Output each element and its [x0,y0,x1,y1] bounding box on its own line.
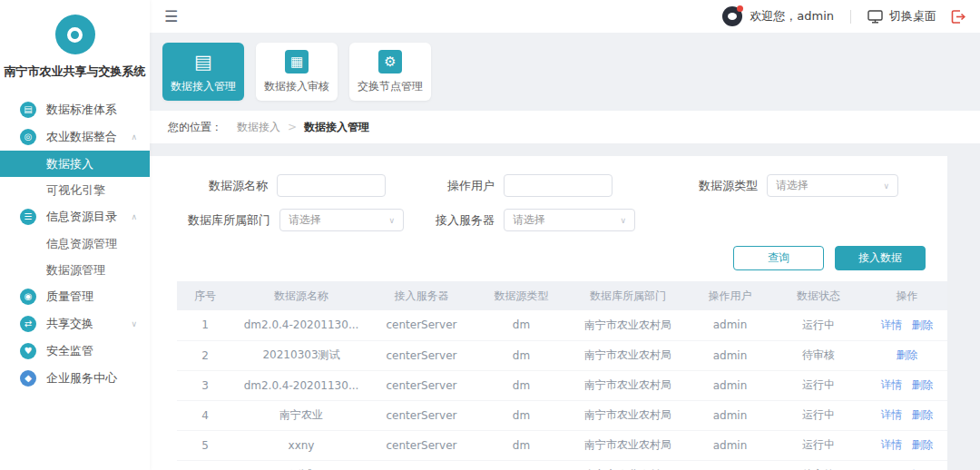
sidebar-item-data-access[interactable]: 数据接入 [0,151,150,177]
table-cell: 待审核 [773,340,864,370]
chevron-down-icon: ∨ [883,181,889,191]
delete-link[interactable]: 删除 [912,318,934,331]
table-cell: 1 [177,310,233,340]
datasource-type-select[interactable]: 请选择 ∨ [767,174,898,197]
chevron-down-icon: ∨ [388,216,395,225]
sidebar-item-agri-integration[interactable]: ◎ 农业数据整合 ∧ [0,123,150,151]
datasource-name-input[interactable] [277,174,386,197]
row-actions: 详情删除 [864,310,947,340]
detail-link[interactable]: 详情 [881,378,903,391]
breadcrumb-parent-link[interactable]: 数据接入 [237,120,280,135]
quality-icon: ◉ [20,289,36,305]
delete-link[interactable]: 删除 [912,378,934,391]
enterprise-icon: ◆ [20,370,36,387]
welcome-text: 欢迎您，admin [750,8,834,24]
access-server-select[interactable]: 请选择 ∨ [504,209,635,231]
table-row: 1dm2.0.4-20201130...centerServerdm南宁市农业农… [177,310,947,340]
table-row: 6测试centerServerdm南宁市农业农村局yinxiaole待审核删除 [177,460,947,470]
table-cell: 南宁市农业农村局 [569,430,687,460]
table-cell: 20210303测试 [233,340,369,370]
table-cell: 南宁市农业农村局 [569,310,687,340]
sidebar-item-datasource-mgmt[interactable]: 数据源管理 [0,257,150,283]
sidebar-item-info-resource-catalog[interactable]: ☰ 信息资源目录 ∧ [0,203,150,230]
sidebar-item-quality-mgmt[interactable]: ◉ 质量管理 [0,283,150,310]
table-cell: 南宁市农业农村局 [569,400,687,430]
delete-link[interactable]: 删除 [897,348,918,361]
sidebar: 南宁市农业共享与交换系统 ▤ 数据标准体系 ◎ 农业数据整合 ∧ 数据接入 可视… [0,0,150,470]
sidebar-item-security-supervision[interactable]: ♥ 安全监管 [0,338,150,365]
chevron-up-icon: ∧ [131,212,137,221]
table-cell: admin [687,430,773,460]
sidebar-item-enterprise-service[interactable]: ◆ 企业服务中心 [0,365,150,392]
sidebar-item-label: 数据标准体系 [46,102,117,118]
field-label: 操作用户 [404,178,495,194]
avatar[interactable] [722,6,742,26]
detail-link[interactable]: 详情 [881,408,903,421]
table-cell: dm [474,430,569,460]
topbar-right: 欢迎您，admin 切换桌面 [722,6,965,26]
tab-data-access-mgmt[interactable]: ▤ 数据接入管理 [162,43,244,101]
sidebar-item-label: 农业数据整合 [46,129,117,145]
col-header: 数据库所属部门 [569,281,687,310]
db-department-select[interactable]: 请选择 ∨ [279,209,404,231]
sidebar-item-data-standard[interactable]: ▤ 数据标准体系 [0,96,150,123]
divider [850,10,851,24]
monitor-icon[interactable] [867,10,883,24]
chevron-down-icon: ∨ [620,216,626,225]
col-header: 操作 [864,281,947,310]
section-divider [150,143,980,156]
table-cell: dm [474,370,569,400]
logo: 南宁市农业共享与交换系统 [0,0,150,80]
detail-link[interactable]: 详情 [881,318,903,331]
filter-field-datasource-type: 数据源类型 请选择 ∨ [667,174,929,197]
breadcrumb: 您的位置： 数据接入 > 数据接入管理 [150,111,980,143]
tab-exchange-node-mgmt[interactable]: ⚙ 交换节点管理 [349,43,431,101]
table-cell: centerServer [369,430,474,460]
table-cell: 测试 [233,460,369,470]
operator-user-input[interactable] [504,174,612,197]
security-icon: ♥ [20,343,36,359]
detail-link[interactable]: 详情 [881,438,903,451]
sidebar-item-visual-engine[interactable]: 可视化引擎 [0,177,150,203]
ingest-data-button[interactable]: 接入数据 [835,246,926,270]
tab-label: 数据接入管理 [171,79,236,94]
query-button[interactable]: 查询 [733,246,824,270]
switch-desktop-button[interactable]: 切换桌面 [889,8,936,24]
row-actions: 删除 [864,460,947,470]
table-cell: centerServer [369,310,474,340]
table-cell: dm2.0.4-20201130... [233,310,369,340]
table-row: 4南宁农业centerServerdm南宁市农业农村局admin运行中详情删除 [177,400,947,430]
content-panel: 数据源名称 操作用户 数据源类型 请选择 ∨ 数据库所属部门 请选择 ∨ [150,156,947,470]
delete-link[interactable]: 删除 [912,408,934,421]
datasource-table: 序号 数据源名称 接入服务器 数据源类型 数据库所属部门 操作用户 数据状态 操… [177,281,947,470]
filter-field-operator-user: 操作用户 [404,174,667,197]
field-label: 数据源名称 [177,178,268,194]
table-cell: 运行中 [773,310,864,340]
breadcrumb-current: 数据接入管理 [304,120,369,135]
breadcrumb-prefix: 您的位置： [168,120,222,135]
table-cell: admin [687,400,773,430]
field-label: 数据源类型 [667,178,758,194]
sidebar-item-share-exchange[interactable]: ⇄ 共享交换 ∨ [0,310,150,338]
main-area: ☰ 欢迎您，admin 切换桌面 ▤ 数据接入管理 ▦ 数据接入审核 ⚙ 交换节… [150,0,980,470]
row-actions: 详情删除 [864,430,947,460]
breadcrumb-separator: > [288,121,297,133]
document-icon: ▤ [191,50,215,73]
hamburger-menu-icon[interactable]: ☰ [164,9,178,24]
tab-label: 交换节点管理 [358,79,423,94]
logout-icon[interactable] [951,10,965,24]
row-actions: 详情删除 [864,400,947,430]
clipboard-icon: ▦ [285,50,309,73]
topbar: ☰ 欢迎您，admin 切换桌面 [150,0,980,33]
table-row: 5xxnycenterServerdm南宁市农业农村局admin运行中详情删除 [177,430,947,460]
table-cell: 3 [177,370,233,400]
table-cell: 运行中 [773,400,864,430]
table-cell: centerServer [369,460,474,470]
sidebar-item-info-resource-mgmt[interactable]: 信息资源管理 [0,230,150,257]
tab-data-access-audit[interactable]: ▦ 数据接入审核 [256,43,338,101]
table-cell: dm [474,310,569,340]
table-cell: dm [474,460,569,470]
sidebar-item-label: 信息资源目录 [46,209,117,225]
table-cell: dm [474,340,569,370]
delete-link[interactable]: 删除 [912,438,934,451]
